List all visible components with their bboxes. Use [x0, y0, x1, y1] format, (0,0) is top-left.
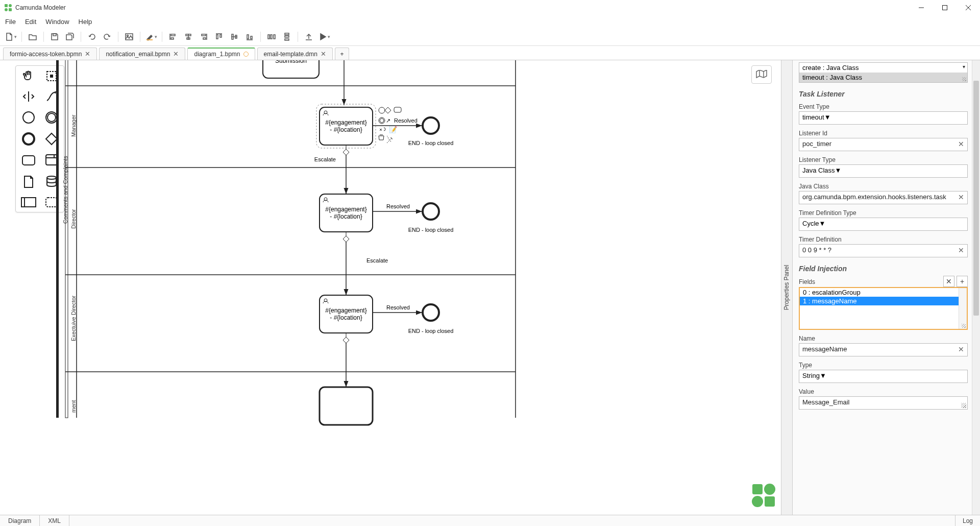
window-close-button[interactable] [957, 0, 980, 15]
properties-panel-toggle[interactable]: Properties Panel [781, 60, 793, 515]
svg-rect-20 [203, 38, 206, 39]
align-center-v-button[interactable] [228, 30, 241, 43]
menu-edit[interactable]: Edit [25, 18, 36, 26]
listener-type-select[interactable]: Java Class▼ [799, 164, 968, 178]
resize-handle-icon[interactable] [960, 322, 967, 329]
svg-text:END - loop closed: END - loop closed [408, 328, 454, 334]
align-right-button[interactable] [197, 30, 210, 43]
menu-bar: File Edit Window Help [0, 15, 980, 28]
deploy-button[interactable] [302, 30, 315, 43]
timer-def-type-select[interactable]: Cycle▼ [799, 218, 968, 231]
align-bottom-button[interactable] [243, 30, 256, 43]
distribute-h-button[interactable] [265, 30, 278, 43]
task-submission-label: Submission [275, 60, 307, 64]
save-all-button[interactable] [63, 30, 77, 43]
undo-button[interactable] [85, 30, 99, 43]
footer-log-button[interactable]: Log [955, 515, 980, 526]
tab-label: diagram_1.bpmn [194, 51, 240, 58]
close-icon[interactable]: ✕ [321, 50, 326, 58]
menu-file[interactable]: File [5, 18, 16, 26]
end-event-icon[interactable] [20, 132, 37, 146]
list-item[interactable]: 0 : escalationGroup [800, 288, 967, 297]
clear-icon[interactable]: ✕ [958, 345, 964, 353]
svg-rect-31 [271, 35, 272, 39]
svg-point-41 [23, 133, 34, 145]
listener-id-input[interactable]: poc_timer✕ [799, 138, 968, 151]
field-value-input[interactable]: Message_Email [799, 396, 968, 410]
align-center-h-button[interactable] [182, 30, 195, 43]
svg-rect-13 [171, 34, 175, 36]
svg-text:- #{location}: - #{location} [330, 213, 362, 220]
panel-scrollbar[interactable] [972, 60, 980, 515]
menu-window[interactable]: Window [45, 18, 69, 26]
data-object-icon[interactable] [20, 175, 37, 188]
tab-email-template[interactable]: email-template.dmn✕ [257, 47, 333, 60]
svg-rect-50 [56, 60, 59, 418]
tab-add-button[interactable]: + [335, 47, 349, 60]
svg-text:Escalate: Escalate [314, 156, 336, 162]
list-item[interactable]: create : Java Class [799, 63, 967, 73]
field-name-input[interactable]: messageName✕ [799, 343, 968, 356]
java-class-input[interactable]: org.camunda.bpm.extension.hooks.listener… [799, 191, 968, 204]
svg-text:#{engagement}: #{engagement} [325, 206, 366, 213]
open-file-button[interactable] [26, 30, 39, 43]
pool-icon[interactable] [20, 197, 37, 208]
svg-point-101 [752, 496, 763, 507]
java-class-label: Java Class [799, 183, 968, 190]
listeners-list[interactable]: create : Java Class timeout : Java Class… [799, 62, 968, 83]
svg-rect-11 [146, 39, 153, 40]
svg-rect-23 [220, 35, 222, 37]
run-button[interactable]: ▾ [317, 30, 331, 43]
add-field-button[interactable]: + [957, 276, 968, 287]
list-item[interactable]: timeout : Java Class [799, 73, 967, 82]
svg-text:↗: ↗ [386, 117, 390, 124]
svg-point-1 [9, 4, 12, 7]
redo-button[interactable] [101, 30, 114, 43]
footer-tab-xml[interactable]: XML [40, 515, 69, 526]
distribute-v-button[interactable] [280, 30, 293, 43]
tab-notification-email[interactable]: notification_email.bpmn✕ [99, 47, 185, 60]
save-button[interactable] [48, 30, 61, 43]
clear-icon[interactable]: ✕ [958, 246, 964, 254]
tab-diagram-1[interactable]: diagram_1.bpmn [187, 47, 255, 60]
timer-def-input[interactable]: 0 0 9 * * ?✕ [799, 244, 968, 257]
close-icon[interactable]: ✕ [173, 50, 179, 58]
context-pad: ↗ Resolved 📝 [379, 107, 418, 143]
start-event-icon[interactable] [20, 111, 37, 124]
svg-point-93 [423, 304, 439, 321]
svg-rect-96 [320, 387, 373, 425]
menu-help[interactable]: Help [79, 18, 92, 26]
svg-text:Resolved: Resolved [386, 203, 410, 209]
svg-rect-42 [22, 156, 35, 165]
clear-icon[interactable]: ✕ [958, 140, 964, 148]
footer-tab-diagram[interactable]: Diagram [0, 515, 40, 526]
svg-rect-102 [765, 496, 775, 507]
list-item[interactable]: 1 : messageName [800, 297, 967, 305]
fields-listbox[interactable]: 0 : escalationGroup 1 : messageName [799, 287, 968, 330]
hand-tool-icon[interactable] [20, 70, 37, 82]
svg-rect-0 [5, 4, 8, 7]
task-icon[interactable] [20, 154, 37, 167]
image-button[interactable] [122, 30, 136, 43]
tab-formio-access-token[interactable]: formio-access-token.bpmn✕ [3, 47, 97, 60]
field-type-select[interactable]: String▼ [799, 370, 968, 383]
window-maximize-button[interactable] [933, 0, 957, 15]
svg-text:END - loop closed: END - loop closed [408, 140, 454, 146]
dropdown-icon[interactable]: ▾ [963, 64, 965, 69]
clear-icon[interactable]: ✕ [958, 193, 964, 201]
align-left-button[interactable] [166, 30, 180, 43]
svg-rect-19 [202, 34, 206, 36]
svg-text:END - loop closed: END - loop closed [408, 227, 454, 233]
new-file-button[interactable]: ▾ [4, 30, 17, 43]
remove-field-button[interactable]: ✕ [943, 276, 954, 287]
event-type-select[interactable]: timeout▼ [799, 111, 968, 125]
space-tool-icon[interactable] [20, 90, 37, 103]
diagram-canvas[interactable]: Comments and Complaints Manager Director… [56, 60, 781, 515]
resize-handle-icon[interactable] [961, 403, 966, 408]
window-minimize-button[interactable] [910, 0, 933, 15]
resize-handle-icon[interactable] [960, 75, 967, 82]
close-icon[interactable]: ✕ [85, 50, 90, 58]
color-button[interactable]: ▾ [144, 30, 158, 43]
align-top-button[interactable] [212, 30, 226, 43]
minimap-toggle[interactable] [751, 65, 772, 84]
